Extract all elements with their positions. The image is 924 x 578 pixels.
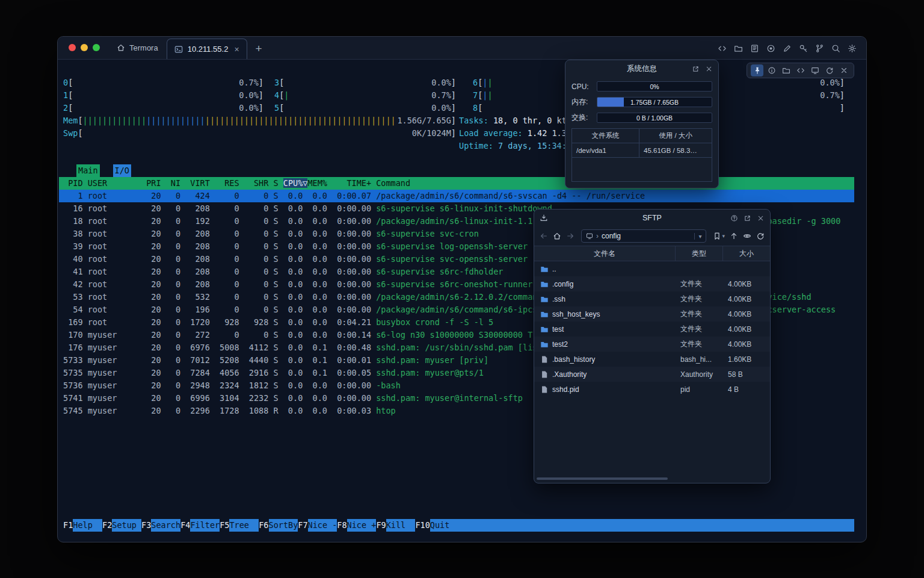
fkey-nice-[interactable]: F8Nice + [337,519,376,532]
file-table-header[interactable]: 文件名 类型 大小 [534,246,770,261]
chevron-down-icon: ▾ [694,233,701,240]
search-icon[interactable] [830,42,842,54]
filesystem-table-row: /dev/vda1 45.61GB / 58.3… [572,143,712,158]
swap-label: 交换: [571,113,597,123]
file-row[interactable]: .bash_historybash_hi...1.60KB [534,352,770,367]
open-in-window-icon[interactable] [744,214,751,222]
fkey-kill[interactable]: F9Kill [376,519,415,532]
fkey-help[interactable]: F1Help [59,519,102,532]
fkey-sortby[interactable]: F6SortBy [259,519,298,532]
folder-icon[interactable] [732,42,744,54]
swap-meter-value: 0K/1024M [412,127,451,140]
fkey-quit[interactable]: F10Quit [415,519,459,532]
file-row[interactable]: .. [534,261,770,276]
cpu-meter-5: 5[0.0%] [274,102,456,114]
bookmark-icon [713,232,721,240]
cpu-meter-1: 1[0.0%] [63,89,263,102]
app-tab[interactable]: Termora [108,36,167,59]
session-tab[interactable]: 10.211.55.2 × [167,39,247,59]
folder-icon[interactable] [780,64,792,76]
home-icon[interactable] [553,232,561,240]
memory-meter: Mem[||||||||||||||||||||||||||||||||||||… [63,114,456,127]
pin-icon[interactable] [751,64,763,76]
record-icon[interactable] [765,42,777,54]
open-in-window-icon[interactable] [692,65,700,73]
fkey-filter[interactable]: F4Filter [180,519,220,532]
function-bar: F1Help F2Setup F3SearchF4FilterF5Tree F6… [59,519,854,532]
bookmarks-button[interactable]: ▾ [713,232,725,240]
uptime-row: Uptime: 7 days, 15:34:56 [59,140,854,152]
folder-icon [540,280,549,288]
memory-meter-value: 1.56G/7.65G [397,114,451,127]
branch-icon[interactable] [813,42,825,54]
folder-icon [540,325,549,334]
code-icon[interactable] [716,42,728,54]
refresh-icon[interactable] [756,232,765,240]
cpu-label: CPU: [571,82,597,91]
host-icon [586,232,593,240]
process-row[interactable]: 1 root 20 0 424 0 0 S 0.0 0.0 0:00.07 /p… [59,190,854,202]
zoom-window-button[interactable] [93,44,100,51]
app-tab-label: Termora [129,43,158,52]
key-icon[interactable] [797,42,809,54]
quick-toolbar [747,63,854,78]
new-tab-button[interactable]: + [256,42,262,55]
forward-icon[interactable] [566,232,574,240]
file-icon [540,385,549,394]
file-row[interactable]: test文件夹4.00KB [534,322,770,337]
file-row[interactable]: test2文件夹4.00KB [534,337,770,352]
memory-usage-bar: 1.75GB / 7.65GB [597,97,712,107]
file-row[interactable]: ssh_host_keys文件夹4.00KB [534,306,770,322]
titlebar-actions [716,42,858,54]
parent-directory-icon[interactable] [730,232,738,240]
chevron-right-icon: › [596,232,599,240]
close-window-button[interactable] [69,44,76,51]
file-row[interactable]: sshd.pidpid4 B [534,382,770,397]
fkey-tree[interactable]: F5Tree [220,519,259,532]
close-panel-icon[interactable] [757,214,765,222]
back-icon[interactable] [540,232,548,240]
fkey-setup[interactable]: F2Setup [102,519,141,532]
tab-main[interactable]: Main [76,164,100,177]
column-filename[interactable]: 文件名 [534,246,676,261]
file-row[interactable]: .ssh文件夹4.00KB [534,291,770,306]
settings-icon[interactable] [846,42,858,54]
minimize-window-button[interactable] [81,44,88,51]
cpu-meter-row: 2[0.0%]5[0.0%]8[] [59,102,854,114]
sort-column-cpu[interactable]: CPU%▽ [283,178,308,188]
filesystem-table-header: 文件系统 使用 / 大小 [572,129,712,143]
file-row[interactable]: .config文件夹4.00KB [534,276,770,291]
cpu-meter-4: 4[|0.7%] [274,89,456,102]
refresh-icon[interactable] [823,64,836,76]
cpu-meter-3: 3[0.0%] [274,76,456,89]
home-icon [117,43,125,52]
info-icon[interactable] [765,64,778,76]
download-icon[interactable] [540,214,548,222]
horizontal-scrollbar[interactable] [537,477,668,480]
show-hidden-icon[interactable] [743,232,751,240]
edit-icon[interactable] [781,42,793,54]
help-icon[interactable] [730,214,738,222]
column-type[interactable]: 类型 [676,246,723,261]
htop-screen-tabs: Main I/O [59,164,854,177]
column-size[interactable]: 大小 [723,246,770,261]
tab-io[interactable]: I/O [113,164,131,177]
cpu-meter-2: 2[0.0%] [63,102,263,114]
swap-row: Swp[0K/1024M] Load average: 1.42 1.38 1.… [59,127,854,140]
file-row[interactable]: .XauthorityXauthority58 B [534,367,770,382]
path-selector[interactable]: › config ▾ [581,229,706,243]
monitor-icon[interactable] [808,64,821,76]
sftp-toolbar: › config ▾ ▾ [534,226,770,246]
close-panel-icon[interactable] [705,65,713,73]
fkey-search[interactable]: F3Search [141,519,180,532]
code-icon[interactable] [794,64,807,76]
chevron-down-icon: ▾ [722,233,725,239]
fkey-nice-[interactable]: F7Nice - [298,519,337,532]
cpu-meter-0: 0[0.7%] [63,76,263,89]
notebook-icon[interactable] [748,42,760,54]
memory-meter-label: Mem [63,114,78,127]
session-tab-label: 10.211.55.2 [188,45,229,54]
process-table-header[interactable]: PID USER PRI NI VIRT RES SHR S CPU%▽MEM%… [59,177,854,190]
close-tab-icon[interactable]: × [234,45,239,54]
close-icon[interactable] [837,64,850,76]
